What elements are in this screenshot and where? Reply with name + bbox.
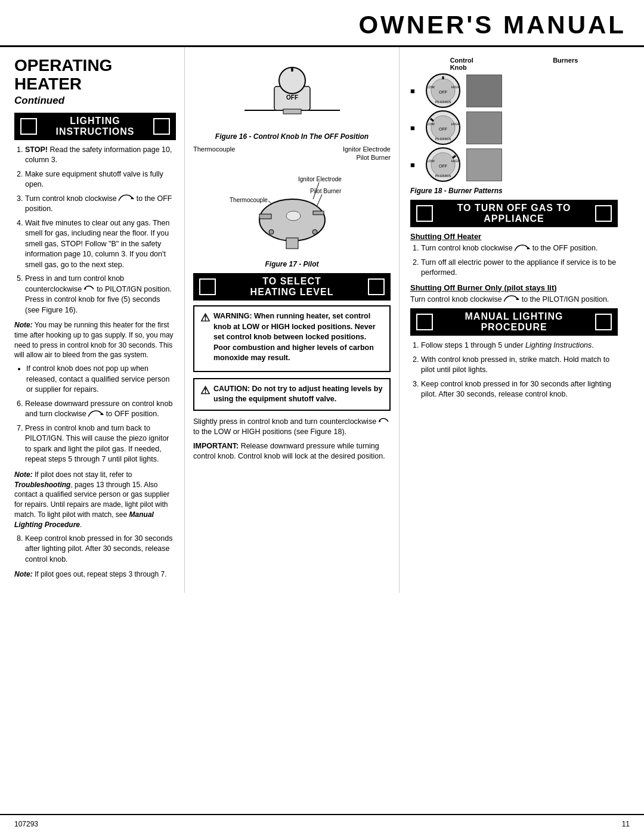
clockwise-arrow-2: [88, 410, 104, 419]
note-2: Note: If pilot does not stay lit, refer …: [14, 470, 176, 530]
knob-burner-labels: ControlKnob Burners: [410, 57, 618, 71]
svg-rect-21: [286, 238, 298, 249]
manual-box-right: [595, 314, 612, 330]
instruction-2: Make sure equipment shutoff valve is ful…: [25, 169, 176, 190]
bullet-indicator-3: ■: [410, 160, 420, 169]
knob-dial-1: OFF LOW HIGH PILOT/IGN: [425, 73, 462, 108]
svg-text:PILOT/IGN: PILOT/IGN: [435, 100, 451, 104]
instruction-5: Press in and turn control knob countercl…: [25, 274, 176, 315]
svg-text:HIGH: HIGH: [451, 122, 460, 126]
svg-line-50: [504, 299, 505, 302]
burner-pattern-1: [466, 75, 502, 107]
caution-text: CAUTION: Do not try to adjust heating le…: [213, 384, 383, 405]
svg-text:LOW: LOW: [426, 85, 435, 89]
lighting-header-text: LIGHTINGINSTRUCTIONS: [42, 116, 148, 137]
svg-text:OFF: OFF: [439, 127, 447, 131]
body-text-1: Slightly press in control knob and turn …: [193, 417, 391, 438]
warning-text: WARNING: When running heater, set contro…: [213, 311, 383, 364]
turn-off-box-left: [416, 205, 433, 222]
svg-text:OFF: OFF: [439, 164, 447, 168]
svg-point-22: [269, 230, 274, 234]
shutoff-inst-1: Turn control knob clockwise to the OFF p…: [421, 243, 618, 254]
warning-icon: ⚠: [200, 311, 210, 324]
warning-header: ⚠ WARNING: When running heater, set cont…: [200, 311, 383, 364]
figure-16-container: OFF Figure 16 - Control Knob In The OFF …: [193, 57, 391, 141]
footer-page-number: 11: [622, 820, 630, 828]
ccw-arrow-2: [379, 417, 389, 426]
svg-point-23: [312, 230, 317, 234]
lighting-instructions-list-2: Release downward pressure on control kno…: [14, 399, 176, 465]
select-header-box-right: [368, 278, 385, 295]
burner-pattern-3: [466, 148, 502, 181]
clockwise-arrow-3: [515, 244, 530, 253]
svg-text:Thermocouple: Thermocouple: [230, 197, 268, 203]
svg-line-48: [515, 249, 516, 251]
continued-label: Continued: [14, 95, 176, 107]
manual-inst-1: Follow steps 1 through 5 under Lighting …: [421, 340, 618, 351]
svg-rect-19: [259, 214, 271, 219]
figure-16-svg: OFF: [233, 57, 352, 128]
manual-lighting-instructions: Follow steps 1 through 5 under Lighting …: [410, 340, 618, 400]
svg-text:OFF: OFF: [286, 94, 298, 101]
pilot-burner-label: Pilot Burner: [357, 154, 391, 161]
caution-box: ⚠ CAUTION: Do not try to adjust heating …: [193, 378, 391, 411]
thermocouple-label: Thermocouple: [193, 145, 235, 153]
important-label: IMPORTANT:: [193, 442, 239, 450]
svg-rect-20: [313, 211, 324, 215]
instruction-6: Release downward pressure on control kno…: [25, 399, 176, 420]
bullet-indicator-2: ■: [410, 123, 420, 132]
select-header-box-left: [199, 278, 216, 295]
burners-label: Burners: [553, 57, 578, 71]
svg-point-10: [291, 69, 293, 71]
turn-off-header-text: TO TURN OFF GAS TOAPPLIANCE: [438, 203, 590, 224]
select-header-text: TO SELECTHEATING LEVEL: [221, 276, 363, 298]
manual-inst-2: With control knob pressed in, strike mat…: [421, 355, 618, 376]
right-column: ControlKnob Burners ■ OFF LOW HIGH PILOT…: [400, 47, 626, 593]
left-column: OPERATINGHEATER Continued LIGHTINGINSTRU…: [0, 47, 185, 593]
warning-box: ⚠ WARNING: When running heater, set cont…: [193, 305, 391, 372]
page-header: OWNER'S MANUAL: [0, 0, 644, 47]
manual-inst-3: Keep control knob pressed in for 30 seco…: [421, 379, 618, 400]
burner-patterns: ■ OFF LOW HIGH PILOT/IGN ■: [410, 73, 618, 182]
turn-off-box-right: [595, 205, 612, 222]
svg-text:PILOT/IGN: PILOT/IGN: [435, 137, 451, 141]
svg-line-1: [119, 199, 120, 201]
fig17-caption: Figure 17 - Pilot: [193, 260, 391, 268]
knob-dial-2: OFF LOW HIGH PILOT/IGN: [425, 110, 462, 145]
burner-row-3: ■ OFF LOW HIGH PILOT/IGN: [410, 147, 618, 182]
main-title: OWNER'S MANUAL: [18, 11, 626, 39]
svg-text:OFF: OFF: [439, 90, 447, 94]
instruction-1: STOP! Read the safety information page 1…: [25, 145, 176, 166]
note-3: Note: If pilot goes out, repeat steps 3 …: [14, 569, 176, 580]
svg-text:Ignitor Electrode: Ignitor Electrode: [298, 176, 342, 182]
lighting-instructions-list-3: Keep control knob pressed in for 30 seco…: [14, 534, 176, 565]
instruction-4: Wait five minutes to clear out any gas. …: [25, 218, 176, 271]
svg-text:Pilot Burner: Pilot Burner: [310, 188, 342, 194]
important-text: IMPORTANT: Release downward pressure whi…: [193, 441, 391, 462]
header-box-left: [20, 118, 37, 135]
instruction-3: Turn control knob clockwise to the OFF p…: [25, 194, 176, 215]
shutoff-inst-2: Turn off all electric power to the appli…: [421, 258, 618, 278]
shutting-off-heater-heading: Shutting Off Heater: [410, 232, 618, 241]
svg-point-24: [286, 211, 301, 221]
burner-off-body: Turn control knob clockwise to the PILOT…: [410, 295, 618, 305]
shutting-off-burner-heading: Shutting Off Burner Only (pilot stays li…: [410, 283, 618, 292]
bullet-indicator-1: ■: [410, 86, 420, 95]
burner-pattern-2: [466, 112, 502, 144]
svg-rect-9: [283, 109, 301, 114]
note-1: Note: You may be running this heater for…: [14, 320, 176, 360]
middle-column: OFF Figure 16 - Control Knob In The OFF …: [185, 47, 400, 593]
figure-17-svg: Thermocouple Ignitor Electrode Pilot Bur…: [227, 163, 358, 256]
lighting-instructions-header: LIGHTINGINSTRUCTIONS: [14, 113, 176, 140]
bullet-1: If control knob does not pop up when rel…: [26, 364, 176, 395]
header-box-right: [153, 118, 170, 135]
select-heating-header: TO SELECTHEATING LEVEL: [193, 273, 391, 301]
caution-icon: ⚠: [200, 384, 210, 397]
knob-dial-3: OFF LOW HIGH PILOT/IGN: [425, 147, 462, 182]
figure-17-container: Thermocouple Ignitor Electrode Pilot Bur…: [193, 163, 391, 268]
svg-line-4: [88, 414, 89, 417]
burner-row-1: ■ OFF LOW HIGH PILOT/IGN: [410, 73, 618, 108]
control-knob-label: ControlKnob: [450, 57, 473, 71]
manual-header-text: MANUAL LIGHTINGPROCEDURE: [438, 311, 590, 333]
pilot-label-area: Thermocouple Ignitor Electrode Pilot Bur…: [193, 145, 391, 161]
